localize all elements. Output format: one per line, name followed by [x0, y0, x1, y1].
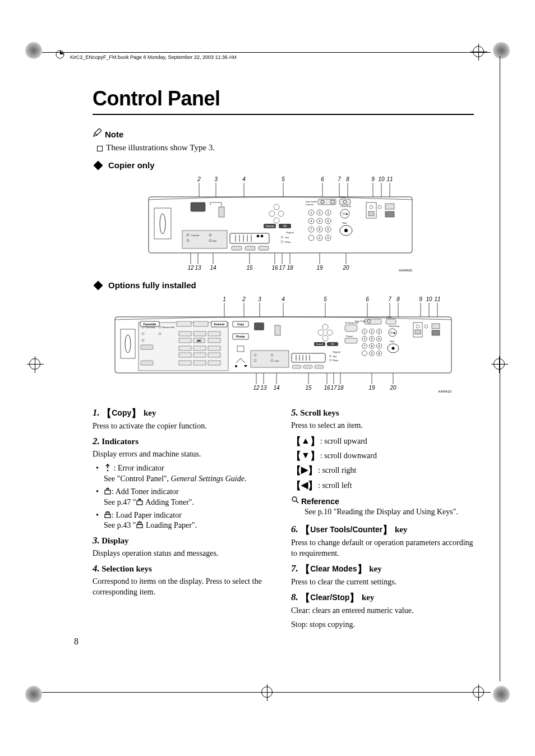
item-8-desc-2: Stop: stops copying.: [291, 620, 474, 630]
svg-rect-33: [230, 233, 269, 243]
svg-text:17: 17: [279, 265, 285, 271]
column-right: 5. Scroll keys Press to select an item. …: [291, 403, 474, 634]
svg-text:6: 6: [366, 296, 369, 302]
svg-text:3: 3: [214, 176, 218, 182]
load-paper-icon: [104, 511, 112, 519]
svg-text:4: 4: [242, 176, 246, 182]
svg-text:AAI041S: AAI041S: [438, 390, 451, 393]
diagram-options-full: 123 456 789 1011: [104, 294, 463, 395]
svg-text:Text: Text: [333, 355, 337, 358]
svg-text:OK: OK: [331, 343, 334, 345]
svg-rect-276: [105, 490, 110, 494]
svg-rect-41: [232, 246, 242, 250]
svg-text:OK: OK: [283, 224, 287, 228]
svg-text:13: 13: [260, 385, 267, 391]
svg-text:0: 0: [319, 236, 321, 239]
svg-rect-43: [259, 246, 269, 250]
svg-text:6: 6: [328, 219, 329, 223]
load-paper-icon: [136, 521, 144, 529]
svg-rect-162: [193, 346, 206, 351]
svg-rect-172: [177, 321, 191, 326]
svg-text:Facsimile: Facsimile: [144, 322, 156, 326]
svg-rect-197: [303, 365, 312, 368]
svg-text:17: 17: [330, 385, 337, 391]
svg-text:User Tools/: User Tools/: [355, 320, 367, 322]
item-3-desc: Displays operation status and messages.: [93, 548, 275, 559]
svg-rect-219: [386, 319, 396, 324]
svg-text:Pause/: Pause/: [346, 335, 353, 338]
pointer-icon: [55, 49, 65, 59]
svg-text:8: 8: [371, 344, 373, 348]
item-2-heading: 2. Indicators: [93, 435, 275, 448]
svg-text:3: 3: [379, 330, 380, 333]
svg-text:4: 4: [311, 219, 312, 223]
svg-rect-189: [275, 325, 280, 335]
svg-rect-99: [385, 211, 394, 217]
item-1-heading: 1. 【Copy】 key: [93, 407, 275, 420]
svg-text:2: 2: [197, 176, 201, 182]
svg-text:Text: Text: [285, 236, 289, 239]
svg-text:#: #: [379, 352, 380, 355]
svg-text:15: 15: [305, 385, 312, 391]
svg-text:Scanner: Scanner: [214, 322, 225, 326]
svg-text:Original: Original: [286, 231, 294, 234]
svg-rect-173: [193, 321, 208, 326]
svg-rect-254: [432, 324, 440, 329]
svg-text:Start: Start: [390, 340, 395, 343]
svg-rect-152: [141, 345, 153, 349]
svg-text:5: 5: [324, 296, 327, 302]
svg-text:Clear: Clear: [386, 316, 392, 319]
svg-text:7: 7: [338, 176, 341, 182]
svg-rect-278: [105, 514, 110, 518]
svg-text:4: 4: [364, 337, 366, 340]
svg-text:Photo: Photo: [285, 241, 291, 243]
svg-rect-252: [415, 330, 421, 334]
svg-rect-42: [245, 246, 255, 250]
svg-text:1: 1: [223, 296, 226, 302]
svg-text:6: 6: [379, 337, 380, 340]
svg-text:9: 9: [379, 344, 380, 348]
section-options-full: Options fully installed: [93, 280, 474, 290]
svg-rect-155: [193, 331, 206, 336]
item-5-heading: 5. Scroll keys: [291, 407, 474, 420]
svg-rect-198: [315, 365, 324, 368]
svg-rect-163: [208, 346, 220, 351]
svg-text:5: 5: [282, 176, 285, 182]
note-heading: Note: [93, 128, 474, 140]
running-header: KirC2_ENcopyF_FM.book Page 8 Monday, Sep…: [70, 54, 237, 60]
svg-text:3: 3: [328, 211, 329, 214]
svg-text:6: 6: [321, 176, 324, 182]
item-8-heading: 8. 【Clear/Stop】 key: [291, 591, 474, 605]
svg-text:Counter: Counter: [191, 234, 200, 237]
svg-text:12: 12: [253, 385, 260, 391]
svg-text:Photo: Photo: [333, 359, 339, 362]
svg-text:16: 16: [271, 265, 278, 271]
svg-rect-165: [193, 353, 206, 357]
svg-point-275: [107, 470, 109, 472]
svg-rect-161: [179, 346, 191, 351]
svg-text:Cancel: Cancel: [265, 224, 274, 228]
svg-text:Clear/Stop: Clear/Stop: [389, 325, 400, 328]
svg-text:16: 16: [324, 385, 330, 391]
svg-text:Receive File: Receive File: [162, 326, 175, 329]
svg-text:2: 2: [242, 296, 246, 302]
svg-text:7: 7: [311, 228, 312, 231]
svg-text:1: 1: [364, 330, 366, 333]
reference-text: See p.10 "Reading the Display and Using …: [305, 507, 474, 518]
svg-text:8: 8: [319, 228, 321, 231]
svg-rect-196: [292, 365, 301, 368]
svg-text:11: 11: [386, 176, 393, 182]
svg-rect-32: [219, 207, 224, 217]
svg-point-39: [257, 235, 259, 237]
svg-rect-216: [365, 319, 381, 324]
scroll-right: 【▶】: scroll right: [291, 464, 474, 477]
svg-rect-255: [432, 330, 440, 335]
svg-rect-154: [179, 331, 191, 336]
svg-text:10: 10: [426, 296, 432, 302]
diagram-copier-only: 2 3 4 5 6 7 8 9 10 11: [137, 174, 429, 273]
section-copier-only: Copier only: [93, 160, 474, 170]
svg-rect-183: [251, 351, 289, 367]
svg-rect-157: [179, 338, 191, 343]
svg-rect-153: [141, 361, 153, 365]
svg-rect-98: [385, 204, 394, 209]
